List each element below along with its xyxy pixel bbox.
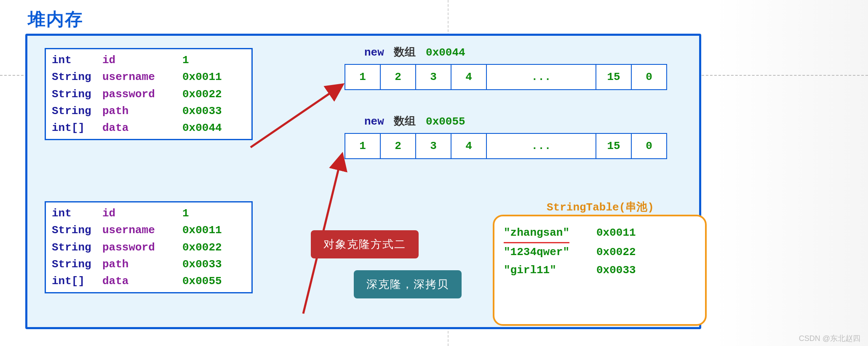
- array1: 1 2 3 4 ... 15 0: [345, 64, 667, 90]
- array2-address: 0x0055: [426, 115, 465, 128]
- field-row: Stringpassword0x0022: [52, 86, 246, 103]
- field-type: String: [52, 103, 102, 120]
- pool-row: "zhangsan" 0x0011: [504, 224, 696, 243]
- pool-address: 0x0011: [596, 224, 636, 243]
- keyword-new: new: [364, 46, 384, 59]
- field-name: path: [102, 103, 182, 120]
- edge-shadow: [712, 0, 868, 346]
- watermark: CSDN @东北赵四: [799, 333, 860, 343]
- field-row: Stringpassword0x0022: [52, 239, 246, 256]
- object-original: intid1 Stringusername0x0011 Stringpasswo…: [45, 48, 253, 140]
- array-cell: 2: [381, 134, 416, 158]
- field-row: intid1: [52, 52, 246, 69]
- field-name: username: [102, 69, 182, 85]
- array-cell-ellipsis: ...: [487, 65, 596, 89]
- field-name: username: [102, 222, 182, 239]
- field-type: int[]: [52, 273, 102, 290]
- field-value: 0x0044: [182, 120, 246, 136]
- field-value: 0x0011: [182, 222, 246, 239]
- array-cell: 15: [596, 134, 632, 158]
- field-type: String: [52, 222, 102, 239]
- label-array: 数组: [394, 114, 416, 127]
- array-cell: 2: [381, 65, 416, 89]
- field-row: Stringusername0x0011: [52, 69, 246, 85]
- field-type: String: [52, 86, 102, 103]
- pool-string-text: "zhangsan": [504, 224, 569, 243]
- field-name: password: [102, 86, 182, 103]
- field-row: Stringpath0x0033: [52, 103, 246, 120]
- array-cell: 0: [632, 134, 666, 158]
- field-type: String: [52, 256, 102, 273]
- array1-label: new 数组 0x0044: [364, 45, 465, 59]
- field-name: path: [102, 256, 182, 273]
- array-cell: 4: [451, 134, 487, 158]
- field-row: Stringpath0x0033: [52, 256, 246, 273]
- string-pool-title: StringTable(串池): [547, 200, 654, 214]
- array-cell: 1: [345, 134, 381, 158]
- pool-string: "girl11": [504, 261, 596, 279]
- callout-clone-method: 对象克隆方式二: [311, 230, 419, 258]
- pool-row: "1234qwer" 0x0022: [504, 243, 696, 261]
- array-cell-ellipsis: ...: [487, 134, 596, 158]
- array-cell: 4: [451, 65, 487, 89]
- array2: 1 2 3 4 ... 15 0: [345, 133, 667, 159]
- callout-deep-copy: 深克隆，深拷贝: [354, 270, 462, 298]
- pool-address: 0x0022: [596, 243, 636, 261]
- field-row: intid1: [52, 205, 246, 222]
- field-row: int[]data0x0044: [52, 120, 246, 136]
- field-name: data: [102, 273, 182, 290]
- field-value: 1: [182, 52, 246, 69]
- field-type: String: [52, 69, 102, 85]
- pool-row: "girl11" 0x0033: [504, 261, 696, 279]
- field-row: int[]data0x0055: [52, 273, 246, 290]
- array2-label: new 数组 0x0055: [364, 114, 465, 128]
- array-cell: 3: [416, 134, 451, 158]
- array-cell: 3: [416, 65, 451, 89]
- field-value: 0x0022: [182, 86, 246, 103]
- pool-string: "zhangsan": [504, 224, 596, 243]
- field-row: Stringusername0x0011: [52, 222, 246, 239]
- pool-address: 0x0033: [596, 261, 636, 279]
- field-value: 0x0033: [182, 103, 246, 120]
- field-name: id: [102, 205, 182, 222]
- array-cell: 0: [632, 65, 666, 89]
- field-value: 1: [182, 205, 246, 222]
- field-name: data: [102, 120, 182, 136]
- field-value: 0x0022: [182, 239, 246, 256]
- pool-string: "1234qwer": [504, 243, 596, 261]
- array-cell: 1: [345, 65, 381, 89]
- field-name: id: [102, 52, 182, 69]
- label-array: 数组: [394, 45, 416, 58]
- array-cell: 15: [596, 65, 632, 89]
- field-type: int[]: [52, 120, 102, 136]
- field-type: int: [52, 205, 102, 222]
- field-value: 0x0033: [182, 256, 246, 273]
- keyword-new: new: [364, 115, 384, 128]
- object-clone: intid1 Stringusername0x0011 Stringpasswo…: [45, 201, 253, 293]
- field-value: 0x0055: [182, 273, 246, 290]
- array1-address: 0x0044: [426, 46, 465, 59]
- field-type: int: [52, 52, 102, 69]
- field-name: password: [102, 239, 182, 256]
- heap-title: 堆内存: [28, 8, 83, 31]
- field-type: String: [52, 239, 102, 256]
- field-value: 0x0011: [182, 69, 246, 85]
- string-pool: "zhangsan" 0x0011 "1234qwer" 0x0022 "gir…: [493, 215, 707, 326]
